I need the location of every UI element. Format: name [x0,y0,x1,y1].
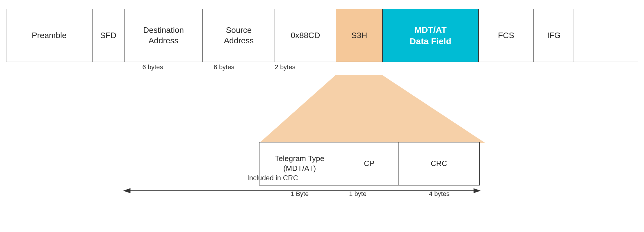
src-byte-label: 6 bytes [214,63,234,71]
crc-byte-label: 4 bytes [429,190,450,198]
cell-preamble: Preamble [6,9,92,62]
cell-crc: CRC [399,142,480,185]
expansion-triangle [259,75,486,143]
cell-fcs: FCS [478,9,533,62]
diagram-container: Preamble SFD DestinationAddress SourceAd… [6,9,638,197]
included-in-crc-label: Included in CRC [247,174,298,182]
cell-ethertype: 0x88CD [275,9,336,62]
frame-row: Preamble SFD DestinationAddress SourceAd… [6,9,638,62]
cell-mdt-data-field: MDT/ATData Field [382,9,478,62]
cell-ifg: IFG [533,9,574,62]
byte-labels: 6 bytes 6 bytes 2 bytes [6,63,638,75]
cell-src-address: SourceAddress [202,9,275,62]
cell-dest-address: DestinationAddress [124,9,202,62]
cell-cp: CP [340,142,399,185]
cp-byte-label: 1 byte [349,190,367,198]
ethertype-byte-label: 2 bytes [275,63,296,71]
dest-byte-label: 6 bytes [143,63,163,71]
cell-s3h: S3H [336,9,382,62]
expansion-area: Telegram Type(MDT/AT) CP CRC 1 Byte 1 by… [6,75,638,197]
cell-sfd: SFD [92,9,124,62]
telegram-byte-label: 1 Byte [291,190,309,198]
